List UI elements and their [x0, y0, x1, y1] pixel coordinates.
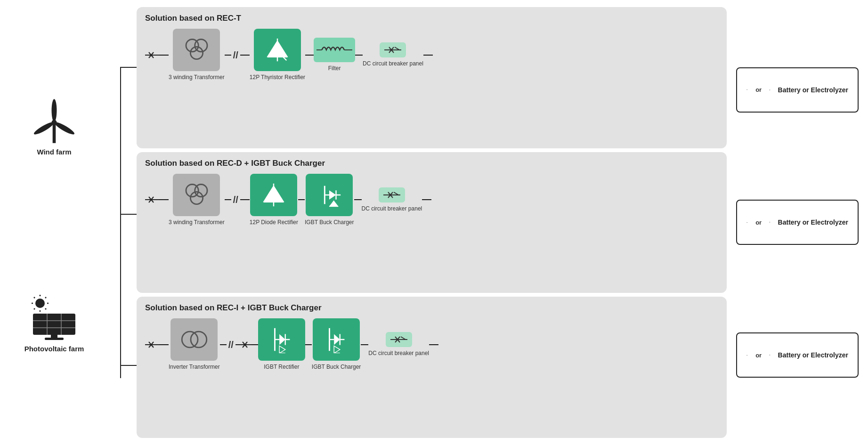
right-panel: or Battery or Electrolyzer [727, 0, 868, 445]
line-1b [225, 55, 231, 56]
center-panel: Solution based on REC-T [137, 0, 727, 445]
svg-marker-27 [268, 41, 288, 57]
igbt-charger-2-label: IGBT Buck Charger [312, 364, 361, 371]
svg-marker-72 [279, 346, 285, 353]
svg-marker-44 [264, 186, 284, 202]
disconnect-switch-2 [145, 194, 159, 205]
output-separator-1: or [755, 86, 762, 93]
dc-breaker-3-component: DC circuit breaker panel [368, 332, 429, 357]
svg-point-2 [52, 99, 57, 122]
line-1a [159, 55, 169, 56]
solution-recd-card: Solution based on REC-D + IGBT Buck Char… [137, 152, 727, 293]
disconnect-switch-3 [145, 339, 159, 350]
svg-point-4 [32, 121, 55, 137]
filter-svg [316, 41, 352, 59]
electrolyzer-icon-3 [769, 341, 770, 369]
dc-breaker-1-box [380, 42, 406, 57]
double-slash-1: // [231, 50, 240, 60]
dc-breaker-2-box [379, 187, 405, 202]
circuit-row-3: Inverter Transformer // [145, 318, 718, 371]
output-label-3: Battery or Electrolyzer [778, 351, 848, 359]
disconnect-switch-3b [240, 339, 251, 350]
svg-rect-0 [53, 123, 56, 143]
solution-rect-card: Solution based on REC-T [137, 7, 727, 148]
circuit-row-2: 3 winding Transformer // [145, 174, 718, 227]
battery-icon-3 [746, 342, 748, 368]
solution-reci-title: Solution based on REC-I + IGBT Buck Char… [145, 303, 718, 313]
line-2a [159, 199, 169, 200]
svg-marker-69 [279, 334, 285, 345]
line-2d [298, 199, 305, 200]
battery-icon-1 [746, 77, 748, 103]
igbt-rectifier-svg [268, 326, 295, 353]
svg-point-5 [35, 299, 45, 308]
dc-breaker-1-svg [384, 44, 401, 56]
thyristor-box [254, 29, 301, 71]
igbt-rectifier-label: IGBT Rectifier [264, 364, 299, 371]
solar-farm-source: Photovoltaic farm [24, 294, 84, 353]
diode-rectifier-component: 12P Diode Rectifier [250, 174, 298, 227]
igbt-charger-1-label: IGBT Buck Charger [305, 219, 354, 227]
transformer-1-label: 3 winding Transformer [169, 74, 225, 81]
svg-point-26 [190, 47, 203, 59]
dc-breaker-3-svg [390, 334, 407, 345]
svg-marker-50 [329, 190, 336, 199]
left-panel: Wind farm [0, 0, 104, 445]
svg-point-62 [182, 332, 198, 348]
transformer-2-component: 3 winding Transformer [169, 174, 225, 227]
igbt-charger-2-svg [323, 326, 350, 353]
thyristor-component: 12P Thyristor Rectifier [250, 29, 305, 81]
thyristor-svg [264, 36, 291, 64]
svg-marker-79 [334, 346, 340, 353]
double-slash-3: // [227, 340, 235, 349]
filter-label: Filter [328, 65, 341, 73]
igbt-rectifier-component: IGBT Rectifier [258, 318, 305, 371]
solution-recd-title: Solution based on REC-D + IGBT Buck Char… [145, 159, 718, 168]
3winding-transformer-2-svg [179, 179, 214, 211]
bus-connection-bot [120, 365, 137, 366]
vertical-bus [120, 67, 121, 379]
solution-reci-card: Solution based on REC-I + IGBT Buck Char… [137, 297, 727, 438]
line-2c [240, 199, 250, 200]
output-box-2: or Battery or Electrolyzer [736, 200, 859, 245]
bus-bar-area [104, 0, 137, 445]
dc-breaker-3-box [386, 332, 412, 347]
transformer-2-box [173, 174, 220, 216]
3winding-transformer-1-svg [179, 34, 214, 66]
disconnect-switch-1 [145, 49, 159, 61]
transformer-1-box [173, 29, 220, 71]
output-separator-3: or [755, 352, 762, 359]
svg-marker-76 [334, 334, 340, 345]
line-2f [422, 199, 431, 200]
transformer-1-component: 3 winding Transformer [169, 29, 225, 81]
filter-box [314, 38, 355, 62]
wind-farm-source: Wind farm [28, 92, 80, 156]
line-1d [305, 55, 314, 56]
dc-breaker-1-label: DC circuit breaker panel [363, 60, 423, 68]
line-1f [423, 55, 433, 56]
svg-line-11 [45, 308, 46, 309]
transformer-2-label: 3 winding Transformer [169, 219, 225, 227]
line-3b [220, 344, 227, 345]
line-3c [235, 344, 240, 345]
line-3d [251, 344, 258, 345]
svg-rect-20 [45, 338, 64, 340]
solar-panel-icon [26, 294, 82, 341]
bus-connection-mid [120, 214, 137, 215]
inverter-transformer-label: Inverter Transformer [169, 364, 220, 371]
line-3a [159, 344, 169, 345]
svg-point-42 [195, 184, 207, 196]
igbt-charger-2-box [313, 318, 360, 361]
output-box-3: or Battery or Electrolyzer [736, 332, 859, 378]
solar-farm-label: Photovoltaic farm [24, 345, 84, 353]
electrolyzer-icon-2 [769, 208, 770, 236]
svg-line-10 [34, 297, 35, 298]
line-2b [225, 199, 231, 200]
line-1c [240, 55, 250, 56]
output-box-1: or Battery or Electrolyzer [736, 67, 859, 113]
svg-rect-14 [33, 314, 75, 335]
battery-icon-2 [746, 210, 748, 235]
dc-breaker-2-component: DC circuit breaker panel [362, 187, 422, 213]
diode-svg [260, 181, 287, 209]
svg-line-13 [34, 308, 35, 309]
